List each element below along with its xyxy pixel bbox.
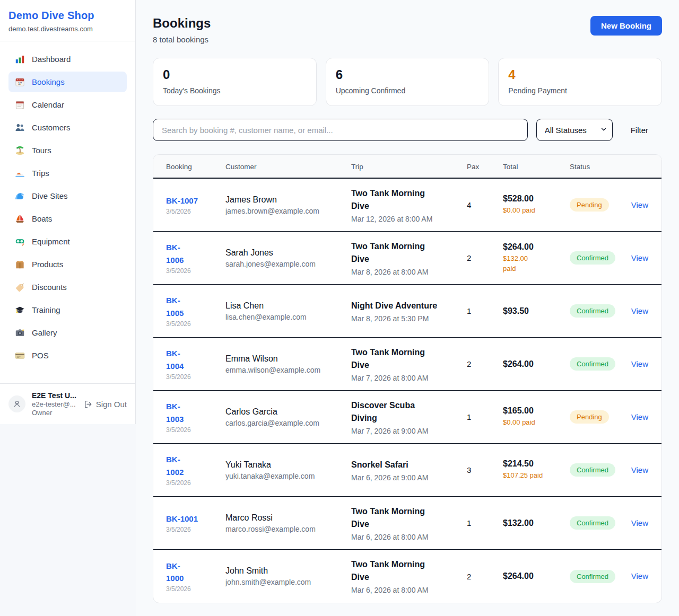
pax-count: 2 xyxy=(467,253,503,262)
trip-name: Two Tank Morning Dive xyxy=(351,240,462,266)
booking-id-link[interactable]: BK-1001 xyxy=(166,514,198,523)
sidebar-item-gallery[interactable]: Gallery xyxy=(8,322,127,343)
sidebar-item-label: Calendar xyxy=(32,100,64,109)
table-row: BK- 10003/5/2026 John Smithjohn.smith@ex… xyxy=(153,550,661,603)
stat-label: Upcoming Confirmed xyxy=(336,86,480,95)
sidebar-item-label: Equipment xyxy=(32,237,70,246)
page-subtitle: 8 total bookings xyxy=(153,35,211,44)
page-head-text: Bookings 8 total bookings xyxy=(153,16,211,44)
sidebar-item-bookings[interactable]: 17 Bookings xyxy=(8,72,127,92)
stat-value: 4 xyxy=(508,67,652,82)
sign-out-icon xyxy=(83,400,92,409)
view-link[interactable]: View xyxy=(631,412,648,421)
status-badge: Confirmed xyxy=(570,516,615,530)
status-select[interactable]: All Statuses xyxy=(536,119,613,141)
status-badge: Confirmed xyxy=(570,357,615,371)
sidebar-item-equipment[interactable]: Equipment xyxy=(8,231,127,252)
booking-id-link[interactable]: BK- 1004 xyxy=(166,349,184,370)
sidebar-item-calendar[interactable]: Calendar xyxy=(8,94,127,115)
sidebar-item-discounts[interactable]: Discounts xyxy=(8,277,127,297)
booking-id-link[interactable]: BK- 1000 xyxy=(166,561,184,583)
booking-date: 3/5/2026 xyxy=(166,320,220,328)
table-row: BK- 10043/5/2026 Emma Wilsonemma.wilson@… xyxy=(153,338,661,391)
status-badge: Pending xyxy=(570,198,609,212)
view-link[interactable]: View xyxy=(631,306,648,315)
view-link[interactable]: View xyxy=(631,571,648,580)
sidebar-item-label: Dashboard xyxy=(32,55,71,64)
view-link[interactable]: View xyxy=(631,518,648,527)
sidebar-item-label: Boats xyxy=(32,214,52,223)
stat-card-todays-bookings: 0 Today's Bookings xyxy=(153,58,317,106)
sidebar-item-products[interactable]: Products xyxy=(8,254,127,275)
credit-card-icon xyxy=(15,350,25,360)
paid-amount: $132.00 paid xyxy=(503,254,564,274)
calendar-pad-icon xyxy=(15,100,25,110)
pax-count: 3 xyxy=(467,465,503,474)
booking-id-link[interactable]: BK- 1006 xyxy=(166,243,184,264)
customer-email: lisa.chen@example.com xyxy=(225,313,346,321)
paid-amount: $0.00 paid xyxy=(503,418,564,428)
filter-button[interactable]: Filter xyxy=(621,121,662,139)
shop-name: Demo Dive Shop xyxy=(8,10,127,22)
booking-id-link[interactable]: BK-1007 xyxy=(166,196,198,205)
sidebar-item-training[interactable]: Training xyxy=(8,300,127,320)
total-amount: $264.00 xyxy=(503,242,564,252)
total-amount: $264.00 xyxy=(503,571,564,581)
view-link[interactable]: View xyxy=(631,465,648,474)
tag-icon xyxy=(15,282,25,292)
sign-out-label: Sign Out xyxy=(96,400,127,409)
new-booking-button[interactable]: New Booking xyxy=(590,16,662,36)
trip-datetime: Mar 6, 2026 at 8:00 AM xyxy=(351,533,462,541)
user-role: Owner xyxy=(32,409,77,417)
booking-id-link[interactable]: BK- 1003 xyxy=(166,402,184,423)
bookings-table: Booking Customer Trip Pax Total Status B… xyxy=(153,154,662,603)
sidebar-item-label: POS xyxy=(32,351,49,360)
table-row: BK- 10023/5/2026 Yuki Tanakayuki.tanaka@… xyxy=(153,444,661,497)
booking-date: 3/5/2026 xyxy=(166,267,220,275)
trip-name: Two Tank Morning Dive xyxy=(351,187,462,213)
customer-email: emma.wilson@example.com xyxy=(225,366,346,374)
trip-datetime: Mar 6, 2026 at 9:00 AM xyxy=(351,473,462,482)
sidebar-item-tours[interactable]: Tours xyxy=(8,140,127,161)
total-amount: $93.50 xyxy=(503,306,564,316)
sailboat-icon xyxy=(15,214,25,224)
view-link[interactable]: View xyxy=(631,359,648,368)
customer-email: carlos.garcia@example.com xyxy=(225,419,346,427)
sidebar-item-pos[interactable]: POS xyxy=(8,345,127,366)
trip-name: Two Tank Morning Dive xyxy=(351,558,462,584)
trip-datetime: Mar 8, 2026 at 8:00 AM xyxy=(351,268,462,276)
search-input[interactable] xyxy=(153,119,528,141)
pax-count: 2 xyxy=(467,572,503,581)
sidebar-item-boats[interactable]: Boats xyxy=(8,208,127,229)
sidebar-item-label: Products xyxy=(32,260,63,269)
trip-datetime: Mar 7, 2026 at 9:00 AM xyxy=(351,427,462,435)
user-name: E2E Test U... xyxy=(32,391,77,400)
sidebar-item-trips[interactable]: Trips xyxy=(8,163,127,183)
person-icon xyxy=(13,400,21,408)
view-link[interactable]: View xyxy=(631,253,648,262)
trip-name: Snorkel Safari xyxy=(351,459,462,471)
paid-amount: $107.25 paid xyxy=(503,471,564,481)
sidebar-item-dive-sites[interactable]: Dive Sites xyxy=(8,186,127,206)
sidebar-item-label: Customers xyxy=(32,123,71,132)
user-info: E2E Test U... e2e-tester@... Owner xyxy=(32,391,77,417)
booking-date: 3/5/2026 xyxy=(166,208,220,215)
sign-out-button[interactable]: Sign Out xyxy=(83,400,127,409)
table-header-row: Booking Customer Trip Pax Total Status xyxy=(153,155,661,179)
sidebar-item-dashboard[interactable]: Dashboard xyxy=(8,49,127,69)
col-header-pax: Pax xyxy=(467,155,503,178)
view-link[interactable]: View xyxy=(631,200,648,209)
main-content: Bookings 8 total bookings New Booking 0 … xyxy=(136,0,679,616)
booking-id-link[interactable]: BK- 1002 xyxy=(166,455,184,476)
page-title: Bookings xyxy=(153,16,211,31)
trip-name: Night Dive Adventure xyxy=(351,300,462,312)
total-amount: $165.00 xyxy=(503,406,564,416)
sidebar-item-label: Tours xyxy=(32,146,51,155)
total-amount: $264.00 xyxy=(503,359,564,369)
sidebar-item-customers[interactable]: Customers xyxy=(8,117,127,138)
pax-count: 1 xyxy=(467,412,503,421)
customer-email: yuki.tanaka@example.com xyxy=(225,472,346,480)
trip-name: Discover Scuba Diving xyxy=(351,399,462,425)
customer-name: Carlos Garcia xyxy=(225,407,346,417)
booking-id-link[interactable]: BK- 1005 xyxy=(166,296,184,317)
